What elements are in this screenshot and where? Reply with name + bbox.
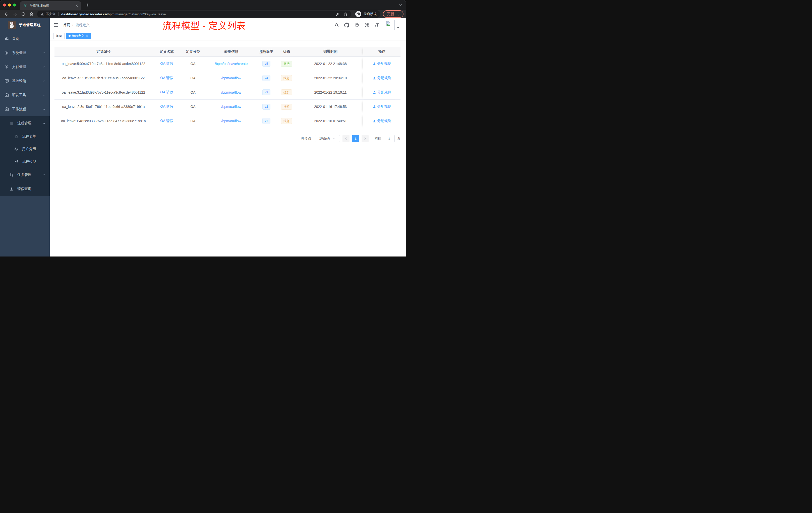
definition-name-link[interactable]: OA 请假 <box>160 104 173 109</box>
table-row: oa_leave:4:991f2193-7b7f-11ec-a3c8-acde4… <box>55 71 401 85</box>
version-tag: v1 <box>262 118 271 124</box>
definition-category: OA <box>181 85 205 99</box>
security-warning-icon[interactable] <box>40 12 44 16</box>
table-row: oa_leave:5:004b710b-7b8a-11ec-8ef0-acde4… <box>55 57 401 71</box>
definition-name-link[interactable]: OA 请假 <box>160 90 173 95</box>
new-tab-button[interactable] <box>84 2 91 8</box>
definition-category: OA <box>181 71 205 85</box>
sidebar-item-infrastructure[interactable]: 基础设施 <box>0 74 50 88</box>
assign-rule-link[interactable]: 分配规则 <box>373 76 392 80</box>
minimize-window-button[interactable] <box>8 3 11 6</box>
status-badge: 挂起 <box>281 118 292 124</box>
table-row: oa_leave:3:1fad3d93-7b75-11ec-a3c8-acde4… <box>55 85 401 100</box>
deploy-time: 2022-01-16 01:40:51 <box>298 114 363 128</box>
column-header: 定义名称 <box>152 47 181 57</box>
deploy-time: 2022-01-22 21:48:38 <box>298 57 363 71</box>
browser-toolbar: 不安全 dashboard.yudao.iocoder.cn/bpm/manag… <box>0 10 406 18</box>
tag-home[interactable]: 首页 <box>54 33 64 39</box>
maximize-window-button[interactable] <box>13 3 16 6</box>
next-page-button[interactable] <box>361 135 369 142</box>
font-size-icon[interactable] <box>374 23 379 28</box>
form-info-link[interactable]: /bpm/oa/flow <box>221 76 241 80</box>
chevron-down-icon[interactable] <box>397 26 400 29</box>
monitor-icon <box>4 79 9 83</box>
list-icon <box>9 121 13 125</box>
sidebar-item-dev-tools[interactable]: 研发工具 <box>0 88 50 102</box>
version-tag: v2 <box>262 104 271 110</box>
hamburger-icon[interactable] <box>54 22 59 28</box>
sidebar-item-user-group[interactable]: 用户分组 <box>0 143 50 155</box>
table-body: oa_leave:5:004b710b-7b8a-11ec-8ef0-acde4… <box>55 57 401 128</box>
forward-icon[interactable] <box>11 10 19 18</box>
chevron-icon <box>42 122 46 125</box>
chevron-down-icon <box>333 137 336 140</box>
goto-page-input[interactable] <box>384 135 395 142</box>
navbar-tools <box>335 20 400 30</box>
column-header: 定义分类 <box>181 47 205 57</box>
page-size-select[interactable]: 10条/页 <box>315 135 340 142</box>
main-area: 首页 / 流程定义 <box>50 18 406 256</box>
tags-view-bar: 首页 流程定义 <box>50 32 406 40</box>
more-vert-icon[interactable] <box>397 12 401 16</box>
sidebar-item-workflow[interactable]: 工作流程 <box>0 102 50 116</box>
close-window-button[interactable] <box>3 3 6 6</box>
github-icon[interactable] <box>344 23 349 28</box>
sidebar-item-process-form[interactable]: 流程表单 <box>0 130 50 143</box>
user-icon <box>373 105 376 109</box>
assign-rule-link[interactable]: 分配规则 <box>373 61 392 66</box>
yen-icon <box>4 65 9 69</box>
home-icon[interactable] <box>27 10 36 18</box>
sidebar-item-payment[interactable]: 支付管理 <box>0 60 50 74</box>
tab-close-icon[interactable] <box>75 3 79 7</box>
bookmark-star-icon[interactable] <box>344 12 348 16</box>
form-info-link[interactable]: /bpm/oa/flow <box>221 105 241 109</box>
column-header: 状态 <box>275 47 298 57</box>
incognito-icon <box>355 11 361 17</box>
search-icon[interactable] <box>335 23 339 27</box>
sidebar-item-process-management[interactable]: 流程管理 <box>0 116 50 130</box>
form-info-link[interactable]: /bpm/oa/leave/create <box>215 62 248 66</box>
definition-name-link[interactable]: OA 请假 <box>160 61 173 66</box>
incognito-badge: 无痕模式 <box>354 10 380 18</box>
user-icon <box>373 91 376 94</box>
chevron-icon <box>42 174 46 176</box>
tab-search-chevron-icon[interactable] <box>399 3 403 7</box>
password-key-icon[interactable] <box>336 12 340 16</box>
sidebar-item-system[interactable]: 系统管理 <box>0 46 50 60</box>
user-menu[interactable] <box>385 20 400 30</box>
tag-close-icon[interactable] <box>86 34 89 37</box>
avatar[interactable] <box>385 20 395 30</box>
update-button[interactable]: 更新 <box>383 10 404 18</box>
form-info-link[interactable]: /bpm/oa/flow <box>221 119 241 123</box>
chevron-icon <box>42 80 46 83</box>
sidebar: 芋道管理系统 首页 系统管理 支付管理 基础设施 研发工具 工作流程 <box>0 18 50 256</box>
tag-process-definition[interactable]: 流程定义 <box>66 33 91 39</box>
browser-tab[interactable]: 芋道管理系统 <box>20 1 81 10</box>
back-icon[interactable] <box>2 10 11 18</box>
form-info-link[interactable]: /bpm/oa/flow <box>221 90 241 94</box>
sidebar-item-home[interactable]: 首页 <box>0 32 50 46</box>
table-row: oa_leave:2:3c1f0ef1-76b1-11ec-9c66-a2380… <box>55 100 401 114</box>
reload-icon[interactable] <box>19 10 27 18</box>
sidebar-item-task-management[interactable]: 任务管理 <box>0 168 50 182</box>
page-content: 定义编号 定义名称 定义分类 表单信息 流程版本 状态 部署时间 操作 oa_l… <box>50 40 406 142</box>
address-bar[interactable]: 不安全 dashboard.yudao.iocoder.cn/bpm/manag… <box>37 10 351 18</box>
assign-rule-link[interactable]: 分配规则 <box>373 104 392 109</box>
robot-icon <box>14 147 18 151</box>
assign-rule-link[interactable]: 分配规则 <box>373 90 392 95</box>
sidebar-item-process-model[interactable]: 流程模型 <box>0 155 50 168</box>
definition-id: oa_leave:4:991f2193-7b7f-11ec-a3c8-acde4… <box>55 71 152 85</box>
window-controls <box>3 3 16 6</box>
prev-page-button[interactable] <box>343 135 349 142</box>
deploy-time: 2022-01-22 20:34:10 <box>298 71 363 85</box>
breadcrumb-home[interactable]: 首页 <box>63 23 70 27</box>
definition-name-link[interactable]: OA 请假 <box>160 119 173 123</box>
sidebar-item-leave-query[interactable]: 请假查询 <box>0 182 50 196</box>
help-icon[interactable] <box>354 23 359 27</box>
page-number-1[interactable]: 1 <box>352 135 359 142</box>
definition-name-link[interactable]: OA 请假 <box>160 76 173 80</box>
assign-rule-link[interactable]: 分配规则 <box>373 119 392 123</box>
status-badge: 挂起 <box>281 75 292 81</box>
fullscreen-icon[interactable] <box>365 23 369 27</box>
chevron-icon <box>42 108 46 111</box>
